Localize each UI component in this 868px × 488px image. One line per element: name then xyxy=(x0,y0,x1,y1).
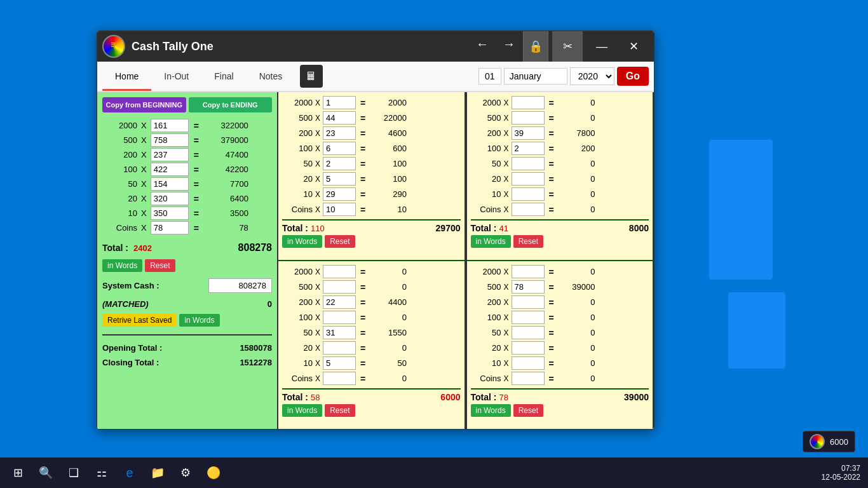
task-view-button[interactable]: ❑ xyxy=(61,460,86,485)
app-window: ₹ Cash Tally One ← → 🔒 ✂ — ✕ Home In-Out… xyxy=(97,30,654,430)
retrieve-words-button[interactable]: in Words xyxy=(179,314,219,327)
panel-denom-row: 100 X = 0 xyxy=(282,311,461,324)
left-denom-row: 200 X = 47400 xyxy=(102,148,272,161)
status-bar: Six Thousands xyxy=(97,429,654,430)
panel-denom-row: 20 X = 0 xyxy=(471,172,649,186)
minimize-button[interactable]: — xyxy=(587,31,617,62)
panel-denom-row: 100 X = 600 xyxy=(282,142,461,155)
taskbar: ⊞ 🔍 ❑ ⚏ e 📁 ⚙ 🟡 07:37 12-05-2022 xyxy=(0,458,868,488)
thumbnail-logo xyxy=(810,434,825,449)
nav-bar: Home In-Out Final Notes 🖩 2020 2021 2022… xyxy=(97,62,654,92)
go-button[interactable]: Go xyxy=(617,67,649,86)
panel-words-row: in Words Reset xyxy=(471,404,649,417)
taskbar-apps-button[interactable]: ⚏ xyxy=(89,460,114,485)
tab-home[interactable]: Home xyxy=(102,62,151,91)
panel-denom-row: 50 X = 1550 xyxy=(282,326,461,339)
left-in-words-button[interactable]: in Words xyxy=(102,259,142,272)
nav-forward-button[interactable]: → xyxy=(496,31,522,57)
date-day-input[interactable] xyxy=(478,68,501,85)
panel-denom-row: 2000 X = 0 xyxy=(282,265,461,278)
panel-denom-row: 50 X = 100 xyxy=(282,157,461,170)
app-icon-2[interactable]: 🟡 xyxy=(201,460,226,485)
panel-denom-row: 200 X = 0 xyxy=(471,295,649,309)
panel-words-row: in Words Reset xyxy=(282,235,461,248)
panel-denom-row: 500 X = 0 xyxy=(282,280,461,294)
panel-denom-row: Coins X = 0 xyxy=(471,372,649,385)
panel-denom-row: 500 X = 39000 xyxy=(471,280,649,294)
matched-row: (MATCHED) 0 xyxy=(102,299,272,309)
settings-button[interactable]: ✂ xyxy=(552,31,583,62)
divider xyxy=(102,334,272,336)
panel-denom-row: 10 X = 290 xyxy=(282,187,461,201)
retrieve-button[interactable]: Retrive Last Saved xyxy=(102,314,177,327)
panel-denom-row: 10 X = 50 xyxy=(282,356,461,370)
panel-reset-button[interactable]: Reset xyxy=(325,235,355,248)
panel-total-row: Total : 58 6000 xyxy=(282,388,461,402)
left-reset-button[interactable]: Reset xyxy=(145,259,175,272)
app-icon-1[interactable]: ⚙ xyxy=(173,460,198,485)
left-denom-row: 50 X = 7700 xyxy=(102,177,272,191)
panel-denom-row: Coins X = 0 xyxy=(282,372,461,385)
left-total-value: 808278 xyxy=(238,242,272,254)
copy-buttons: Copy from BEGINNING Copy to ENDING xyxy=(102,97,272,112)
edge-icon[interactable]: e xyxy=(117,460,142,485)
title-controls: ← → 🔒 ✂ — ✕ xyxy=(470,31,649,62)
blue-panel-1 xyxy=(709,140,773,280)
app-logo: ₹ xyxy=(102,35,125,58)
panel-denom-row: 2000 X = 2000 xyxy=(282,96,461,109)
date-month-input[interactable] xyxy=(504,68,567,85)
left-denom-row: 100 X = 42200 xyxy=(102,163,272,176)
closing-value: 1512278 xyxy=(240,358,272,367)
taskbar-right: 07:37 12-05-2022 xyxy=(822,464,868,482)
left-denominations: 2000 X = 322000 500 X = 379000 200 X = 4… xyxy=(102,119,272,236)
panel-denom-row: 2000 X = 0 xyxy=(471,265,649,278)
left-total-row: Total : 2402 808278 xyxy=(102,242,272,254)
panel-in-words-button[interactable]: in Words xyxy=(471,404,511,417)
app-thumbnail: 6000 xyxy=(803,431,855,452)
matched-label: (MATCHED) xyxy=(102,299,149,309)
copy-from-button[interactable]: Copy from BEGINNING xyxy=(102,97,186,112)
panel-in-words-button[interactable]: in Words xyxy=(471,235,511,248)
panel-total-row: Total : 78 39000 xyxy=(471,388,649,402)
panel-in-words-button[interactable]: in Words xyxy=(282,404,322,417)
left-total-count: 2402 xyxy=(133,243,152,253)
center-area: 2000 X = 2000 500 X = 22000 200 X = 4600… xyxy=(278,92,654,429)
tab-notes[interactable]: Notes xyxy=(247,62,295,91)
close-button[interactable]: ✕ xyxy=(618,31,649,62)
thumbnail-value: 6000 xyxy=(830,437,848,447)
nav-back-button[interactable]: ← xyxy=(470,31,495,57)
panel-denom-row: 100 X = 200 xyxy=(471,142,649,155)
clock-date: 12-05-2022 xyxy=(822,473,860,482)
panel-denom-row: 2000 X = 0 xyxy=(471,96,649,109)
system-cash-input[interactable] xyxy=(208,278,272,293)
panel-denom-row: Coins X = 0 xyxy=(471,203,649,216)
left-denom-row: 10 X = 3500 xyxy=(102,207,272,220)
panel-denom-row: 200 X = 4400 xyxy=(282,295,461,309)
tab-final[interactable]: Final xyxy=(201,62,246,91)
panel-reset-button[interactable]: Reset xyxy=(325,404,355,417)
panel-reset-button[interactable]: Reset xyxy=(513,235,543,248)
time-display: 07:37 12-05-2022 xyxy=(822,464,860,482)
title-bar: ₹ Cash Tally One ← → 🔒 ✂ — ✕ xyxy=(97,31,654,62)
left-denom-row: 500 X = 379000 xyxy=(102,133,272,147)
panel-in-words-button[interactable]: in Words xyxy=(282,235,322,248)
calculator-icon[interactable]: 🖩 xyxy=(300,65,323,88)
left-words-row: in Words Reset xyxy=(102,259,272,272)
left-total-label: Total : xyxy=(102,243,128,253)
file-explorer-icon[interactable]: 📁 xyxy=(145,460,170,485)
lock-button[interactable]: 🔒 xyxy=(523,31,548,62)
date-year-select[interactable]: 2020 2021 2022 xyxy=(570,67,614,85)
panel-denom-row: 200 X = 4600 xyxy=(282,126,461,140)
copy-to-button[interactable]: Copy to ENDING xyxy=(189,97,273,112)
tab-inout[interactable]: In-Out xyxy=(151,62,201,91)
panel-bottom-right: 2000 X = 0 500 X = 39000 200 X = 0 100 X xyxy=(467,261,654,429)
panel-reset-button[interactable]: Reset xyxy=(513,404,543,417)
search-button[interactable]: 🔍 xyxy=(33,460,58,485)
panel-denom-row: 200 X = 7800 xyxy=(471,126,649,140)
system-cash-row: System Cash : xyxy=(102,278,272,293)
panel-denom-row: 50 X = 0 xyxy=(471,157,649,170)
main-content: Copy from BEGINNING Copy to ENDING 2000 … xyxy=(97,92,654,429)
left-denom-row: 20 X = 6400 xyxy=(102,192,272,205)
start-button[interactable]: ⊞ xyxy=(5,460,31,485)
panel-denom-row: 50 X = 0 xyxy=(471,326,649,339)
